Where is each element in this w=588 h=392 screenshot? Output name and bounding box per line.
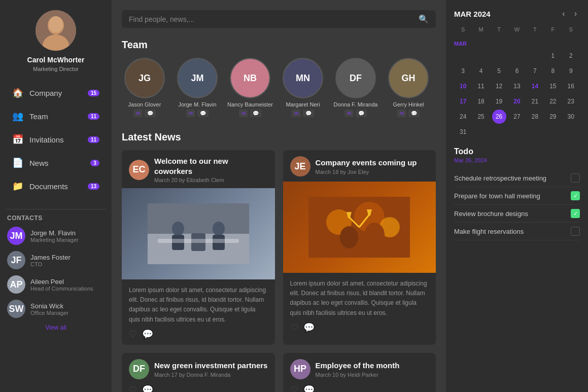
sidebar-item-news[interactable]: 📄 News 3 — [5, 152, 107, 173]
cal-cell-0-5[interactable]: 1 — [546, 49, 560, 63]
calendar-prev-btn[interactable]: ‹ — [559, 8, 568, 19]
like-icon-2[interactable]: ♡ — [129, 384, 137, 392]
email-icon-1[interactable]: ✉ — [186, 110, 195, 117]
cal-cell-4-6[interactable]: 30 — [564, 110, 578, 124]
cal-cell-2-4[interactable]: 14 — [528, 79, 542, 93]
email-icon-3[interactable]: ✉ — [292, 110, 301, 117]
cal-cell-1-0[interactable]: 3 — [456, 64, 470, 78]
chat-icon-4[interactable]: 💬 — [356, 110, 367, 117]
team-member-name-0: Jason Glover — [128, 101, 161, 108]
contact-info-1: James Foster CTO — [30, 254, 71, 267]
email-icon-4[interactable]: ✉ — [344, 110, 354, 117]
comment-icon-1[interactable]: 💬 — [303, 322, 315, 333]
cal-cell-2-0[interactable]: 10 — [456, 79, 470, 93]
todo-checkbox-2[interactable] — [571, 209, 580, 218]
cal-cell-1-1[interactable]: 4 — [474, 64, 488, 78]
cal-cell-1-2[interactable]: 5 — [492, 64, 506, 78]
cal-cell-4-1[interactable]: 25 — [474, 110, 488, 124]
documents-icon: 📁 — [12, 181, 23, 192]
email-icon-2[interactable]: ✉ — [239, 110, 248, 117]
chat-icon-5[interactable]: 💬 — [408, 110, 420, 117]
todo-item-2: Review brochure designs — [454, 205, 580, 223]
news-card-header-0: EC Welcome to our new coworkers March 20… — [122, 150, 275, 188]
team-member-avatar-4: DF — [335, 58, 376, 98]
contact-avatar-2: AP — [7, 275, 25, 294]
email-icon-5[interactable]: ✉ — [397, 110, 406, 117]
nav-label-news: News — [29, 159, 90, 167]
main-content: 🔍 Team JG Jason Glover ✉ 💬 JM Jorge M. F… — [112, 0, 446, 392]
search-icon[interactable]: 🔍 — [419, 14, 429, 24]
cal-cell-2-1[interactable]: 11 — [474, 79, 488, 93]
todo-checkbox-1[interactable] — [571, 191, 580, 200]
team-member-4[interactable]: DF Donna F. Miranda ✉ 💬 — [333, 58, 378, 117]
comment-icon-3[interactable]: 💬 — [303, 384, 315, 392]
view-all-link[interactable]: View all — [7, 324, 105, 331]
comment-icon-2[interactable]: 💬 — [142, 384, 153, 392]
like-icon-3[interactable]: ♡ — [290, 384, 298, 392]
contact-item-3[interactable]: SW Sonia Wick Office Manager — [7, 300, 105, 318]
like-icon-1[interactable]: ♡ — [290, 322, 298, 333]
cal-cell-0-0 — [456, 49, 470, 63]
cal-week-2: 10111213141516 — [454, 79, 580, 93]
cal-cell-4-4[interactable]: 28 — [528, 110, 542, 124]
sidebar-item-team[interactable]: 👥 Team 11 — [5, 105, 107, 127]
cal-cell-3-0[interactable]: 17 — [456, 94, 470, 109]
cal-cell-3-3[interactable]: 20 — [510, 94, 524, 109]
todo-item-text-0: Schedule retrospective meeting — [454, 174, 571, 182]
news-card-image-0 — [122, 188, 275, 279]
cal-cell-1-4[interactable]: 7 — [528, 64, 542, 78]
cal-cell-1-3[interactable]: 6 — [510, 64, 524, 78]
like-icon-0[interactable]: ♡ — [129, 329, 137, 340]
search-input[interactable] — [129, 15, 419, 23]
news-card-2: DF New green investment partners March 1… — [122, 353, 275, 392]
contact-item-0[interactable]: JM Jorge M. Flavin Marketing Manager — [7, 227, 105, 245]
team-member-2[interactable]: NB Nancy Baumeister ✉ 💬 — [227, 58, 273, 117]
cal-cell-0-6[interactable]: 2 — [564, 49, 578, 63]
chat-icon-0[interactable]: 💬 — [145, 110, 156, 117]
contact-info-3: Sonia Wick Office Manager — [30, 302, 68, 316]
comment-icon-0[interactable]: 💬 — [142, 329, 153, 340]
team-member-0[interactable]: JG Jason Glover ✉ 💬 — [122, 58, 167, 117]
cal-cell-1-5[interactable]: 8 — [546, 64, 560, 78]
cal-cell-4-5[interactable]: 29 — [546, 110, 560, 124]
cal-cell-2-2[interactable]: 12 — [492, 79, 506, 93]
cal-cell-4-3[interactable]: 27 — [510, 110, 524, 124]
news-card-header-2: DF New green investment partners March 1… — [122, 353, 275, 384]
cal-cell-1-6[interactable]: 9 — [564, 64, 578, 78]
sidebar-item-company[interactable]: 🏠 Company 15 — [5, 82, 107, 103]
todo-item-text-3: Make flight reservations — [454, 228, 571, 235]
cal-cell-3-1[interactable]: 18 — [474, 94, 488, 109]
cal-cell-3-4[interactable]: 21 — [528, 94, 542, 109]
news-card-title-1: Company events coming up — [316, 158, 417, 168]
calendar-month-year[interactable]: MAR 2024 — [454, 10, 491, 18]
cal-cell-4-0[interactable]: 24 — [456, 110, 470, 124]
contact-item-1[interactable]: JF James Foster CTO — [7, 251, 105, 269]
team-member-5[interactable]: GH Gerry Hinkel ✉ 💬 — [386, 58, 431, 117]
todo-title: Todo — [454, 147, 580, 156]
email-icon-0[interactable]: ✉ — [133, 110, 143, 117]
cal-cell-3-5[interactable]: 22 — [546, 94, 560, 109]
cal-cell-5-0[interactable]: 31 — [456, 125, 470, 139]
cal-cell-2-3[interactable]: 13 — [510, 79, 524, 93]
chat-icon-2[interactable]: 💬 — [250, 110, 261, 117]
team-member-3[interactable]: MN Margaret Neri ✉ 💬 — [280, 58, 326, 117]
sidebar-item-documents[interactable]: 📁 Documents 13 — [5, 175, 107, 197]
chat-icon-3[interactable]: 💬 — [303, 110, 314, 117]
todo-checkbox-3[interactable] — [571, 227, 580, 236]
cal-cell-2-6[interactable]: 16 — [564, 79, 578, 93]
contact-name-3: Sonia Wick — [30, 302, 68, 310]
sidebar-item-invitations[interactable]: 📅 Invitations 11 — [5, 129, 107, 150]
todo-item-3: Make flight reservations — [454, 223, 580, 240]
cal-cell-3-6[interactable]: 23 — [564, 94, 578, 109]
user-name: Carol McWhorter — [27, 56, 85, 64]
cal-cell-4-2[interactable]: 26 — [492, 110, 506, 124]
cal-cell-3-2[interactable]: 19 — [492, 94, 506, 109]
team-member-1[interactable]: JM Jorge M. Flavin ✉ 💬 — [175, 58, 220, 117]
cal-cell-2-5[interactable]: 15 — [546, 79, 560, 93]
todo-checkbox-0[interactable] — [571, 173, 580, 183]
team-member-avatar-3: MN — [283, 58, 323, 98]
contact-role-0: Marketing Manager — [30, 237, 79, 243]
chat-icon-1[interactable]: 💬 — [197, 110, 209, 117]
contact-item-2[interactable]: AP Aileen Peel Head of Communications — [7, 275, 105, 294]
calendar-next-btn[interactable]: › — [571, 8, 580, 19]
